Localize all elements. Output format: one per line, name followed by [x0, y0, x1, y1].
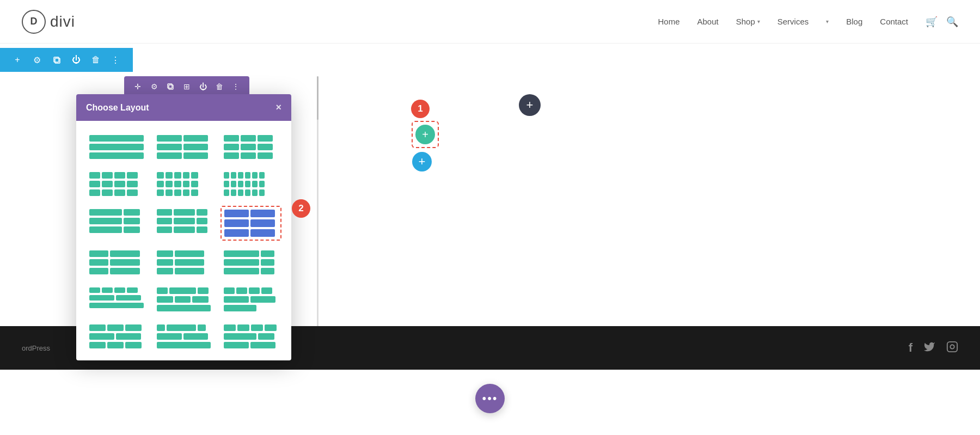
header: D divi Home About Shop ▾ Services▾ Blog … — [0, 0, 980, 44]
row-toolbar-columns-btn[interactable]: ⊞ — [179, 78, 195, 95]
svg-rect-3 — [169, 85, 173, 89]
layout-modal-title: Choose Layout — [86, 103, 149, 113]
layout-option-2col[interactable] — [154, 132, 215, 162]
layout-option-col-2-selected[interactable] — [220, 206, 281, 241]
top-toolbar-clone-btn[interactable] — [47, 50, 66, 70]
bottom-btn-icon: ••• — [482, 391, 498, 406]
search-icon[interactable]: 🔍 — [946, 16, 958, 28]
facebook-icon[interactable]: f — [909, 341, 912, 356]
nav-item-blog[interactable]: Blog — [846, 17, 862, 26]
layout-option-r5-3[interactable] — [220, 284, 281, 315]
layout-option-r4-3[interactable] — [220, 247, 281, 278]
add-module-btn-dashed[interactable]: + — [412, 121, 439, 148]
footer-social-icons: f — [909, 341, 958, 356]
top-toolbar-settings-btn[interactable]: ⚙ — [27, 50, 47, 70]
layout-modal: Choose Layout × — [76, 94, 291, 360]
scrollbar-thumb[interactable] — [317, 76, 318, 120]
layout-option-5col[interactable] — [154, 169, 215, 199]
nav-item-services[interactable]: Services — [777, 17, 809, 26]
nav: Home About Shop ▾ Services▾ Blog Contact… — [658, 16, 958, 28]
instagram-icon[interactable] — [946, 341, 958, 356]
logo: D divi — [22, 10, 75, 34]
nav-item-about[interactable]: About — [697, 17, 718, 26]
svg-rect-2 — [168, 84, 172, 88]
top-toolbar-add-btn[interactable]: + — [8, 50, 27, 70]
layout-option-r4-1[interactable] — [86, 247, 147, 278]
bottom-action-btn[interactable]: ••• — [475, 384, 505, 413]
cart-icon[interactable]: 🛒 — [926, 16, 938, 28]
logo-text: divi — [50, 13, 75, 30]
layout-option-col-3-mix[interactable] — [154, 206, 215, 241]
layout-modal-close-btn[interactable]: × — [275, 102, 281, 113]
services-chevron-icon: ▾ — [826, 19, 829, 24]
add-row-btn[interactable]: + — [412, 152, 432, 171]
nav-item-shop[interactable]: Shop ▾ — [736, 17, 760, 26]
nav-item-contact[interactable]: Contact — [880, 17, 908, 26]
scrollbar[interactable] — [317, 76, 318, 332]
layout-modal-header: Choose Layout × — [76, 94, 291, 121]
layout-option-3col[interactable] — [220, 132, 281, 162]
add-section-btn[interactable]: + — [519, 94, 541, 116]
top-toolbar-delete-btn[interactable]: 🗑 — [86, 50, 106, 70]
layout-option-1col[interactable] — [86, 132, 147, 162]
row-toolbar-delete-btn[interactable]: 🗑 — [211, 78, 228, 95]
layout-option-r7-1[interactable] — [86, 358, 147, 360]
step-badge-1: 1 — [411, 100, 430, 118]
shop-chevron-icon: ▾ — [757, 19, 760, 24]
layout-option-r6-2[interactable] — [154, 321, 215, 352]
top-toolbar-toggle-btn[interactable]: ⏻ — [66, 50, 86, 70]
top-toolbar: + ⚙ ⏻ 🗑 ⋮ — [0, 48, 133, 72]
row-toolbar-clone-btn[interactable] — [162, 78, 179, 95]
layout-option-r5-1[interactable] — [86, 284, 147, 315]
layout-option-4col[interactable] — [86, 169, 147, 199]
row-toolbar-move-btn[interactable]: ✛ — [130, 78, 146, 95]
nav-item-home[interactable]: Home — [658, 17, 679, 26]
add-module-inner-btn[interactable]: + — [415, 125, 435, 144]
layout-option-r5-2[interactable] — [154, 284, 215, 315]
layout-modal-body — [76, 121, 291, 360]
layout-option-6col[interactable] — [220, 169, 281, 199]
layout-option-r7-2[interactable] — [154, 358, 215, 360]
twitter-icon[interactable] — [923, 341, 935, 356]
footer-text: ordPress — [22, 344, 50, 352]
top-toolbar-more-btn[interactable]: ⋮ — [106, 50, 125, 70]
logo-letter: D — [30, 16, 38, 27]
logo-circle: D — [22, 10, 46, 34]
nav-icons: 🛒 🔍 — [926, 16, 958, 28]
layout-option-col-wide-left[interactable] — [86, 206, 147, 241]
layout-option-r6-1[interactable] — [86, 321, 147, 352]
step-badge-2: 2 — [292, 199, 310, 218]
layout-option-r6-3[interactable] — [220, 321, 281, 352]
row-toolbar-toggle-btn[interactable]: ⏻ — [195, 78, 211, 95]
layout-option-r4-2[interactable] — [154, 247, 215, 278]
row-toolbar-settings-btn[interactable]: ⚙ — [146, 78, 162, 95]
svg-rect-4 — [947, 341, 957, 351]
row-toolbar-more-btn[interactable]: ⋮ — [228, 78, 244, 95]
